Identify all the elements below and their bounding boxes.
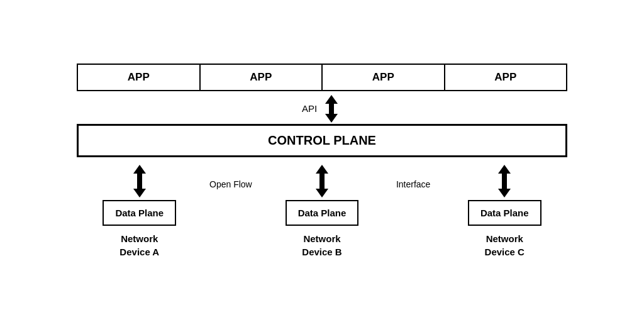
svg-rect-1 [329, 104, 334, 114]
svg-marker-8 [133, 189, 146, 197]
api-section: API [302, 92, 342, 123]
app-row: APP APP APP APP [77, 64, 567, 91]
device-b-arrow-icon [311, 165, 333, 197]
device-label-c: NetworkDevice C [485, 232, 525, 258]
device-a-arrow-icon [129, 165, 150, 197]
svg-marker-9 [316, 165, 328, 174]
app-cell-2: APP [201, 65, 323, 90]
devices-section: Data Plane NetworkDevice A Open Flow Dat… [77, 160, 567, 258]
svg-marker-12 [498, 165, 511, 174]
device-slot-c: Data Plane NetworkDevice C [441, 160, 567, 258]
svg-marker-0 [325, 95, 338, 104]
data-plane-c: Data Plane [468, 200, 541, 226]
device-label-a: NetworkDevice A [119, 232, 159, 258]
svg-marker-14 [498, 189, 511, 197]
svg-marker-5 [133, 165, 146, 174]
interface-label: Interface [385, 160, 442, 191]
control-plane-box: CONTROL PLANE [77, 124, 567, 157]
app-cell-1: APP [78, 65, 201, 90]
data-plane-b: Data Plane [286, 200, 359, 226]
app-cell-3: APP [323, 65, 445, 90]
data-plane-a: Data Plane [103, 200, 176, 226]
svg-marker-11 [316, 189, 328, 197]
device-label-b: NetworkDevice B [302, 232, 341, 258]
open-flow-label: Open Flow [203, 160, 260, 191]
svg-rect-13 [502, 174, 507, 189]
device-c-arrow-icon [494, 165, 515, 197]
svg-rect-6 [137, 174, 142, 189]
api-arrow-icon [321, 95, 342, 123]
svg-marker-4 [325, 114, 338, 123]
svg-rect-10 [319, 174, 325, 189]
app-cell-4: APP [445, 65, 567, 90]
api-label: API [302, 103, 317, 114]
device-slot-a: Data Plane NetworkDevice A [77, 160, 203, 258]
diagram: APP APP APP APP API CONTROL PLANE [39, 64, 605, 258]
device-slot-b: Data Plane NetworkDevice B [259, 160, 385, 258]
